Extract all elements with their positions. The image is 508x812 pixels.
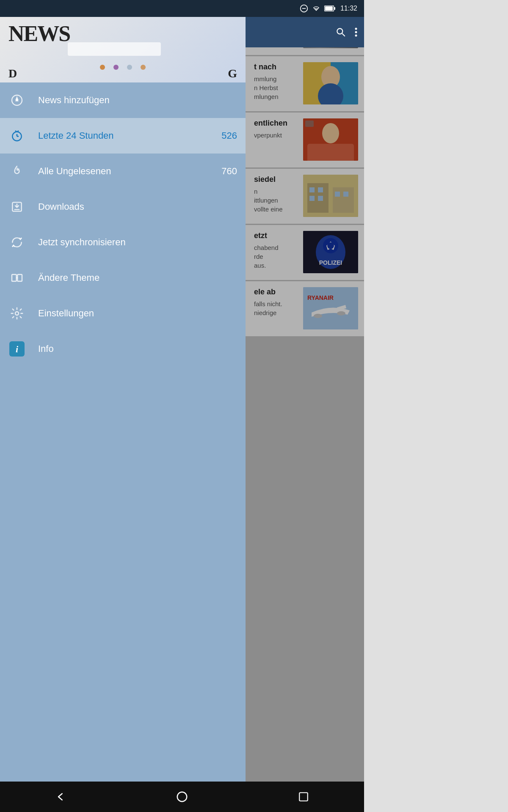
more-options-button[interactable] bbox=[355, 27, 357, 38]
flame-icon bbox=[8, 163, 25, 180]
svg-point-7 bbox=[355, 28, 357, 30]
sidebar-item-settings[interactable]: Einstellungen bbox=[0, 296, 246, 331]
navigation-drawer: News hinzufügen Letzte 24 Stunden 526 Al… bbox=[0, 82, 246, 782]
info-icon: i bbox=[8, 340, 25, 357]
last-24h-count: 526 bbox=[221, 130, 237, 141]
svg-rect-22 bbox=[17, 274, 22, 281]
settings-icon bbox=[8, 305, 25, 322]
svg-rect-64 bbox=[299, 793, 308, 801]
last-24h-label: Letzte 24 Stunden bbox=[38, 130, 209, 141]
drawer-overlay[interactable] bbox=[246, 0, 364, 812]
sidebar-item-downloads[interactable]: Downloads bbox=[0, 189, 246, 225]
svg-point-24 bbox=[15, 312, 19, 315]
svg-point-9 bbox=[355, 35, 357, 37]
sidebar-item-all-unread[interactable]: Alle Ungelesenen 760 bbox=[0, 154, 246, 189]
battery-icon bbox=[324, 5, 335, 11]
settings-label: Einstellungen bbox=[38, 308, 237, 319]
sync-label: Jetzt synchronisieren bbox=[38, 237, 237, 248]
svg-rect-21 bbox=[12, 274, 17, 281]
status-icons: 11:32 bbox=[300, 4, 357, 13]
svg-line-6 bbox=[342, 33, 345, 36]
downloads-label: Downloads bbox=[38, 201, 237, 212]
sync-icon bbox=[8, 234, 25, 251]
do-not-disturb-icon bbox=[300, 4, 308, 13]
news-search-bar bbox=[68, 42, 161, 56]
status-bar: 11:32 bbox=[0, 0, 364, 17]
news-dg-row: D G bbox=[0, 67, 246, 80]
news-header-image: NEWS D G bbox=[0, 17, 246, 82]
sidebar-item-info[interactable]: i Info bbox=[0, 331, 246, 367]
home-button[interactable] bbox=[169, 784, 195, 809]
svg-rect-3 bbox=[334, 7, 335, 10]
svg-point-63 bbox=[177, 792, 187, 802]
timer-icon bbox=[8, 127, 25, 144]
sidebar-item-news-add[interactable]: News hinzufügen bbox=[0, 82, 246, 118]
recents-button[interactable] bbox=[291, 784, 316, 809]
news-d-letter: D bbox=[8, 67, 17, 80]
search-button[interactable] bbox=[335, 27, 346, 38]
svg-point-14 bbox=[17, 100, 18, 101]
news-g-letter: G bbox=[228, 67, 237, 80]
bottom-nav-bar bbox=[0, 782, 364, 812]
theme-label: Ändere Theme bbox=[38, 272, 237, 283]
compass-icon bbox=[8, 92, 25, 109]
news-add-label: News hinzufügen bbox=[38, 95, 237, 106]
sidebar-item-theme[interactable]: Ändere Theme bbox=[0, 260, 246, 296]
svg-point-8 bbox=[355, 31, 357, 33]
download-icon bbox=[8, 198, 25, 215]
all-unread-count: 760 bbox=[221, 166, 237, 177]
sidebar-item-last-24h[interactable]: Letzte 24 Stunden 526 bbox=[0, 118, 246, 154]
svg-point-5 bbox=[337, 28, 342, 34]
svg-text:i: i bbox=[16, 344, 19, 354]
sidebar-item-sync[interactable]: Jetzt synchronisieren bbox=[0, 225, 246, 260]
news-header-text: NEWS bbox=[8, 21, 70, 46]
back-button[interactable] bbox=[48, 784, 73, 809]
info-label: Info bbox=[38, 343, 237, 354]
app-header bbox=[246, 17, 364, 47]
svg-rect-4 bbox=[325, 6, 333, 11]
wifi-icon bbox=[312, 5, 321, 12]
theme-icon bbox=[8, 269, 25, 286]
all-unread-label: Alle Ungelesenen bbox=[38, 166, 209, 177]
time-display: 11:32 bbox=[340, 5, 357, 12]
